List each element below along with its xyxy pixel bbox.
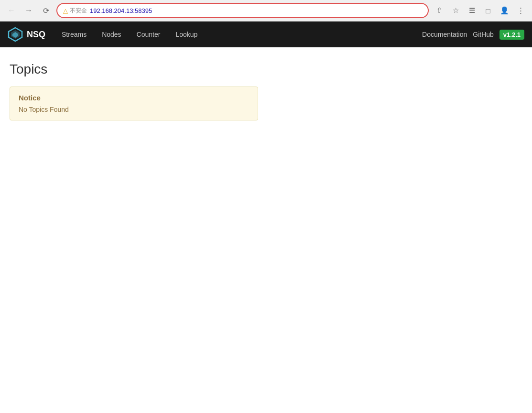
tab-search-button[interactable]: ☰ <box>465 4 478 17</box>
nsq-logo-icon <box>8 27 23 42</box>
nav-link-streams[interactable]: Streams <box>55 27 93 42</box>
refresh-button[interactable]: ⟳ <box>39 4 53 17</box>
notice-box: Notice No Topics Found <box>10 87 258 120</box>
warning-icon: △ <box>63 7 68 14</box>
notice-message: No Topics Found <box>19 106 249 113</box>
nsq-navbar: NSQ Streams Nodes Counter Lookup Documen… <box>0 22 532 47</box>
nav-link-lookup[interactable]: Lookup <box>169 27 204 42</box>
nsq-nav-right: Documentation GitHub v1.2.1 <box>422 30 524 40</box>
browser-actions: ⇧ ☆ ☰ □ 👤 ⋮ <box>433 4 527 17</box>
split-view-button[interactable]: □ <box>481 4 495 17</box>
version-badge: v1.2.1 <box>499 30 524 40</box>
nsq-logo-text: NSQ <box>27 30 45 40</box>
main-content: Topics Notice No Topics Found <box>0 47 532 135</box>
nsq-nav-links: Streams Nodes Counter Lookup <box>55 27 422 42</box>
nav-link-nodes[interactable]: Nodes <box>95 27 128 42</box>
documentation-link[interactable]: Documentation <box>422 31 467 38</box>
security-label: 不安全 <box>70 7 87 15</box>
github-link[interactable]: GitHub <box>473 31 494 38</box>
nsq-logo-link[interactable]: NSQ <box>8 27 45 42</box>
security-warning: △ 不安全 <box>63 7 87 15</box>
bookmark-button[interactable]: ☆ <box>449 4 462 17</box>
page-title: Topics <box>10 62 522 77</box>
share-button[interactable]: ⇧ <box>433 4 446 17</box>
address-text: 192.168.204.13:58395 <box>90 7 422 14</box>
notice-title: Notice <box>19 94 249 102</box>
nav-link-counter[interactable]: Counter <box>130 27 167 42</box>
browser-toolbar: ← → ⟳ △ 不安全 192.168.204.13:58395 ⇧ ☆ ☰ □… <box>0 0 532 21</box>
forward-button[interactable]: → <box>22 4 35 17</box>
browser-chrome: ← → ⟳ △ 不安全 192.168.204.13:58395 ⇧ ☆ ☰ □… <box>0 0 532 22</box>
address-bar[interactable]: △ 不安全 192.168.204.13:58395 <box>56 3 429 18</box>
profile-button[interactable]: 👤 <box>498 4 511 17</box>
menu-button[interactable]: ⋮ <box>514 4 527 17</box>
back-button[interactable]: ← <box>5 4 18 17</box>
